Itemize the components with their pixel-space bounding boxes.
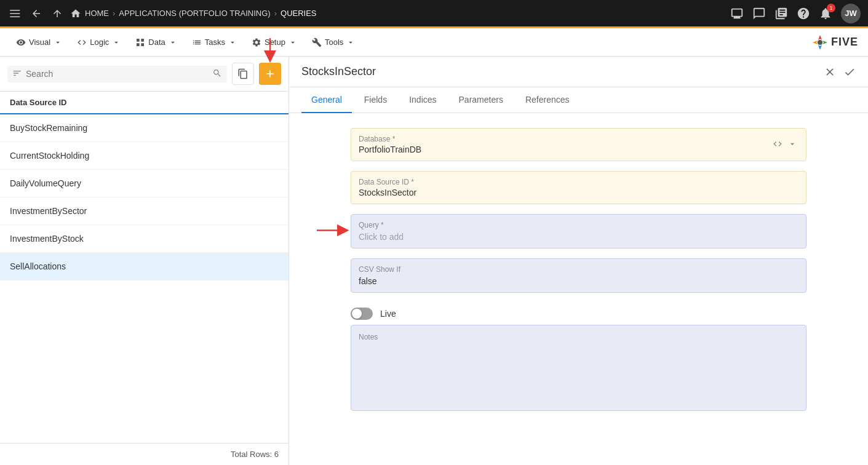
back-button[interactable]: [28, 6, 44, 22]
nav-tasks[interactable]: Tasks: [186, 34, 243, 51]
notes-group: Notes: [351, 325, 806, 411]
arrow-annotation-add: [261, 38, 279, 65]
monitor-icon[interactable]: [730, 7, 744, 20]
form-area: Database * PortfolioTrainDB: [289, 113, 868, 465]
nav-tools[interactable]: Tools: [306, 34, 361, 51]
list-item-2[interactable]: DailyVolumeQuery: [0, 170, 289, 197]
csv-label: CSV Show If: [359, 265, 798, 274]
database-code-btn[interactable]: [771, 138, 784, 152]
up-button[interactable]: [49, 6, 65, 22]
tab-references[interactable]: References: [516, 87, 579, 113]
panel-title: StocksInSector: [301, 65, 376, 78]
nav-logic-label: Logic: [90, 38, 109, 47]
toggle-knob: [352, 309, 362, 319]
sidebar-column-header: Data Source ID: [0, 92, 289, 114]
nav-data-label: Data: [148, 38, 165, 47]
sidebar-list: BuyStockRemaining CurrentStockHolding Da…: [0, 114, 289, 443]
tab-bar: General Fields Indices Parameters Refere…: [289, 87, 868, 113]
nav-data[interactable]: Data: [129, 34, 183, 51]
chat-icon[interactable]: [752, 7, 766, 20]
filter-icon: [12, 68, 22, 80]
panel-header: StocksInSector: [289, 57, 868, 87]
close-button[interactable]: [824, 66, 836, 78]
five-logo: FIVE: [811, 34, 858, 51]
list-item-5[interactable]: SellAllocations: [0, 253, 289, 280]
csv-value: false: [359, 276, 377, 286]
notification-count: 1: [827, 4, 835, 12]
database-value: PortfolioTrainDB: [359, 145, 771, 154]
live-toggle[interactable]: [351, 308, 373, 320]
datasource-label: Data Source ID *: [359, 178, 798, 186]
nav-tasks-label: Tasks: [205, 38, 225, 47]
list-item-3[interactable]: InvestmentBySector: [0, 197, 289, 225]
panel-header-actions: [824, 66, 856, 78]
nav-logic[interactable]: Logic: [71, 34, 127, 51]
query-label: Query *: [359, 221, 798, 229]
notification-icon[interactable]: 1: [819, 7, 832, 20]
sidebar: Data Source ID BuyStockRemaining Current…: [0, 57, 289, 465]
arrow-annotation-query: [314, 221, 354, 242]
svg-rect-1: [10, 13, 20, 14]
query-placeholder: Click to add: [359, 232, 404, 242]
datasource-value: StocksInSector: [359, 188, 798, 197]
csv-group: CSV Show If false: [351, 258, 806, 293]
query-group: Query * Click to add: [351, 214, 806, 248]
nav-visual[interactable]: Visual: [10, 34, 68, 51]
menu-button[interactable]: [7, 6, 23, 22]
second-nav-bar: Visual Logic Data Tasks Setup Tools: [0, 28, 868, 57]
list-item-4[interactable]: InvestmentByStock: [0, 225, 289, 253]
list-item-1[interactable]: CurrentStockHolding: [0, 142, 289, 170]
second-nav-left: Visual Logic Data Tasks Setup Tools: [10, 34, 361, 51]
database-group: Database * PortfolioTrainDB: [351, 128, 806, 161]
breadcrumb: HOME › APPLICATIONS (PORTFOLIO TRAINING)…: [70, 8, 317, 19]
right-panel: StocksInSector General Fields Indices Pa…: [289, 57, 868, 465]
sidebar-footer: Total Rows: 6: [0, 443, 289, 465]
top-nav-left: HOME › APPLICATIONS (PORTFOLIO TRAINING)…: [7, 6, 725, 22]
nav-visual-label: Visual: [29, 38, 50, 47]
top-nav-bar: HOME › APPLICATIONS (PORTFOLIO TRAINING)…: [0, 0, 868, 28]
tab-indices[interactable]: Indices: [399, 87, 446, 113]
breadcrumb-queries[interactable]: QUERIES: [281, 9, 317, 18]
five-logo-text: FIVE: [831, 36, 858, 49]
main-content: Data Source ID BuyStockRemaining Current…: [0, 57, 868, 465]
search-area: [7, 66, 227, 82]
breadcrumb-applications[interactable]: APPLICATIONS (PORTFOLIO TRAINING): [119, 9, 270, 18]
database-label: Database *: [359, 135, 771, 143]
database-actions: [771, 138, 798, 152]
save-button[interactable]: [843, 66, 856, 78]
datasource-group: Data Source ID * StocksInSector: [351, 171, 806, 204]
live-label: Live: [380, 309, 396, 319]
copy-button[interactable]: [232, 63, 254, 85]
breadcrumb-home[interactable]: HOME: [85, 9, 109, 18]
avatar[interactable]: JW: [841, 4, 861, 23]
live-toggle-row: Live: [351, 303, 806, 325]
tab-fields[interactable]: Fields: [354, 87, 397, 113]
sidebar-toolbar: [0, 57, 289, 92]
top-nav-right: 1 JW: [730, 4, 861, 23]
notes-label: Notes: [359, 333, 798, 341]
svg-rect-0: [10, 10, 20, 11]
svg-rect-2: [10, 16, 20, 17]
search-input[interactable]: [26, 69, 209, 79]
library-icon[interactable]: [774, 7, 788, 20]
nav-tools-label: Tools: [325, 38, 343, 47]
csv-field[interactable]: CSV Show If false: [351, 258, 806, 293]
search-icon: [212, 68, 222, 80]
five-logo-icon: [811, 34, 829, 51]
database-field[interactable]: Database * PortfolioTrainDB: [351, 128, 806, 161]
tab-parameters[interactable]: Parameters: [449, 87, 513, 113]
notes-field[interactable]: Notes: [351, 325, 806, 411]
tab-general[interactable]: General: [301, 87, 352, 113]
list-item-0[interactable]: BuyStockRemaining: [0, 114, 289, 142]
database-dropdown-btn[interactable]: [786, 138, 798, 152]
add-button-wrapper: [259, 63, 281, 85]
add-button[interactable]: [259, 63, 281, 85]
query-field[interactable]: Query * Click to add: [351, 214, 806, 248]
datasource-field[interactable]: Data Source ID * StocksInSector: [351, 171, 806, 204]
svg-point-3: [818, 40, 822, 45]
help-icon[interactable]: [797, 7, 810, 20]
